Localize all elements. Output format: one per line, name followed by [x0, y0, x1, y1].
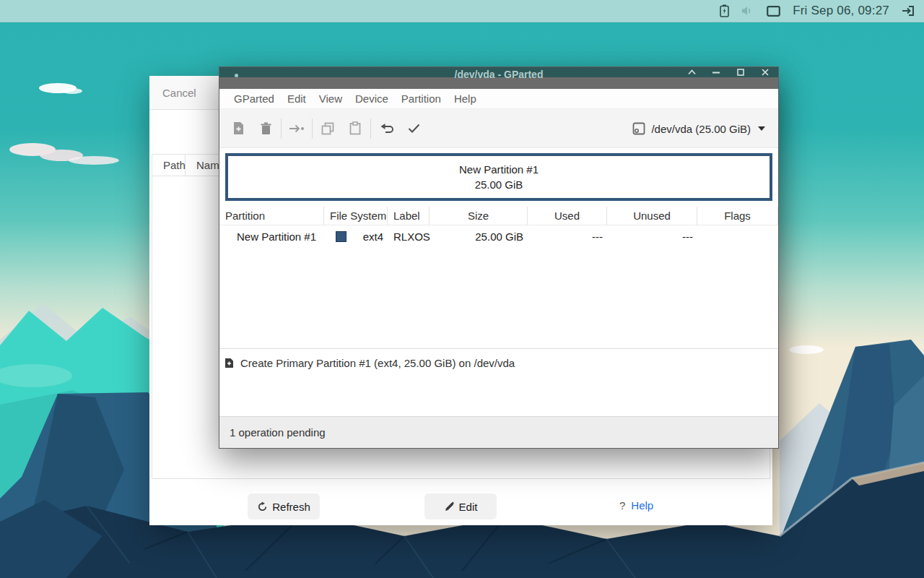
- close-button[interactable]: [761, 67, 770, 77]
- gparted-window: /dev/vda - GParted GParted Edit View Dev…: [219, 66, 779, 449]
- header-used[interactable]: Used: [528, 207, 607, 225]
- row-size: 25.00 GiB: [430, 225, 528, 247]
- logout-icon[interactable]: [902, 5, 915, 17]
- edit-label: Edit: [459, 501, 478, 513]
- delete-partition-button[interactable]: [252, 115, 279, 142]
- refresh-button[interactable]: Refresh: [248, 493, 320, 519]
- toolbar-separator: [312, 118, 313, 139]
- paste-button[interactable]: [341, 115, 369, 142]
- toolbar-separator: [370, 118, 371, 139]
- clock[interactable]: Fri Sep 06, 09:27: [793, 4, 889, 18]
- chevron-down-icon: [758, 126, 765, 131]
- header-unused[interactable]: Unused: [607, 207, 697, 225]
- row-filesystem: ext4: [324, 225, 388, 247]
- menu-device[interactable]: Device: [349, 92, 395, 105]
- undo-button[interactable]: [372, 115, 400, 142]
- header-label[interactable]: Label: [388, 207, 430, 225]
- column-header-path[interactable]: Path: [152, 155, 186, 176]
- apply-button[interactable]: [400, 115, 427, 142]
- menu-view[interactable]: View: [313, 92, 349, 105]
- partition-visual-size: 25.00 GiB: [475, 177, 523, 192]
- help-label: Help: [631, 499, 653, 512]
- partition-visual-name: New Partition #1: [459, 162, 539, 177]
- edit-button[interactable]: Edit: [424, 493, 497, 519]
- header-filesystem[interactable]: File System: [324, 207, 388, 225]
- row-unused: ---: [607, 225, 697, 247]
- refresh-icon: [257, 501, 268, 512]
- gparted-toolbar: /dev/vda (25.00 GiB): [219, 109, 778, 148]
- menu-gparted[interactable]: GParted: [227, 92, 281, 105]
- gparted-menubar: GParted Edit View Device Partition Help: [219, 89, 778, 109]
- header-flags[interactable]: Flags: [697, 207, 778, 225]
- partition-table: Partition File System Label Size Used Un…: [219, 207, 778, 348]
- pending-operation-item[interactable]: Create Primary Partition #1 (ext4, 25.00…: [225, 357, 778, 369]
- device-selector[interactable]: /dev/vda (25.00 GiB): [625, 115, 772, 142]
- question-icon: ?: [619, 499, 625, 512]
- minimize-button[interactable]: [712, 67, 720, 77]
- pencil-icon: [444, 501, 455, 512]
- table-row[interactable]: New Partition #1 ext4 RLXOS 25.00 GiB --…: [219, 225, 778, 247]
- partition-visual-selected[interactable]: New Partition #1 25.00 GiB: [225, 153, 772, 201]
- gparted-statusbar: 1 operation pending: [219, 416, 778, 448]
- menu-help[interactable]: Help: [448, 92, 483, 105]
- dialog-footer: Refresh Edit ? Help: [149, 493, 772, 520]
- copy-button[interactable]: [314, 115, 341, 142]
- shade-button[interactable]: [687, 67, 696, 77]
- refresh-label: Refresh: [272, 501, 310, 513]
- status-text: 1 operation pending: [230, 426, 326, 439]
- pending-operations-panel: Create Primary Partition #1 (ext4, 25.00…: [219, 348, 778, 418]
- header-partition[interactable]: Partition: [219, 207, 324, 225]
- partition-visual-area: New Partition #1 25.00 GiB: [219, 148, 778, 207]
- toolbar-separator: [281, 118, 282, 139]
- row-label: RLXOS: [388, 225, 430, 247]
- resize-move-button[interactable]: [283, 115, 310, 142]
- disk-icon: [632, 122, 645, 135]
- menu-edit[interactable]: Edit: [281, 92, 313, 105]
- partition-table-header: Partition File System Label Size Used Un…: [219, 207, 778, 225]
- new-partition-op-icon: [225, 358, 234, 368]
- battery-charging-icon[interactable]: [720, 4, 729, 17]
- maximize-button[interactable]: [736, 67, 745, 77]
- row-flags: [697, 225, 778, 247]
- top-panel: Fri Sep 06, 09:27: [0, 0, 924, 22]
- ext4-color-swatch: [336, 231, 346, 242]
- gparted-titlebar[interactable]: /dev/vda - GParted: [219, 67, 778, 89]
- header-size[interactable]: Size: [430, 207, 528, 225]
- cancel-button[interactable]: Cancel: [162, 87, 196, 99]
- row-filesystem-label: ext4: [363, 230, 383, 243]
- help-button[interactable]: ? Help: [619, 499, 653, 512]
- window-controls: [687, 67, 770, 77]
- volume-icon[interactable]: [741, 5, 754, 17]
- new-partition-button[interactable]: [225, 115, 252, 142]
- display-icon[interactable]: [767, 6, 780, 17]
- pending-operation-text: Create Primary Partition #1 (ext4, 25.00…: [240, 357, 515, 369]
- menu-partition[interactable]: Partition: [395, 92, 448, 105]
- row-partition-name: New Partition #1: [219, 225, 324, 247]
- device-selector-label: /dev/vda (25.00 GiB): [651, 123, 751, 135]
- row-used: ---: [528, 225, 607, 247]
